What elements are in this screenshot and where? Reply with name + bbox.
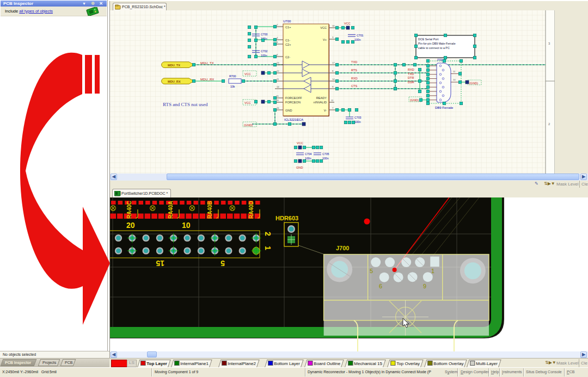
svg-text:MDU_RX: MDU_RX — [168, 80, 181, 83]
svg-text:HDR603: HDR603 — [275, 215, 298, 221]
svg-text:9: 9 — [423, 283, 426, 289]
svg-text:VCC: VCC — [297, 141, 303, 145]
svg-text:FORCEOFF: FORCEOFF — [285, 96, 302, 100]
svg-text:(GND): (GND) — [469, 82, 478, 85]
svg-text:16: 16 — [332, 24, 335, 27]
svg-text:V+: V+ — [323, 38, 327, 41]
svg-text:14: 14 — [332, 78, 335, 81]
svg-text:RXD: RXD — [408, 68, 414, 71]
svg-text:Pin-for-pin DB9 Male-Female: Pin-for-pin DB9 Male-Female — [418, 42, 456, 45]
svg-text:10: 10 — [453, 78, 456, 81]
svg-text:16: 16 — [277, 107, 279, 109]
svg-text:1: 1 — [264, 246, 272, 250]
svg-text:RA40D: RA40D — [248, 201, 254, 219]
svg-text:nINVALID: nINVALID — [314, 101, 327, 104]
svg-text:11: 11 — [277, 78, 279, 81]
svg-text:(GND): (GND) — [244, 123, 253, 127]
svg-text:5: 5 — [220, 259, 225, 268]
svg-text:(GND): (GND) — [410, 98, 419, 102]
svg-text:MDU_RX: MDU_RX — [200, 78, 214, 81]
svg-text:GND: GND — [296, 166, 303, 169]
svg-text:100n: 100n — [354, 120, 361, 123]
svg-text:RXD: RXD — [351, 77, 358, 80]
svg-text:VCC: VCC — [320, 26, 327, 29]
svg-text:MDU_TX: MDU_TX — [168, 64, 180, 67]
svg-text:14: 14 — [277, 85, 279, 88]
svg-text:C700: C700 — [261, 33, 268, 36]
svg-text:DSR: DSR — [408, 81, 414, 84]
svg-text:cable to connect to a PC: cable to connect to a PC — [418, 46, 450, 50]
svg-text:VCC: VCC — [244, 72, 251, 76]
svg-text:2: 2 — [264, 232, 272, 236]
svg-text:1: 1 — [431, 268, 434, 274]
svg-text:RA40B: RA40B — [207, 201, 213, 219]
svg-text:C703: C703 — [354, 116, 362, 119]
svg-text:DTR: DTR — [408, 76, 414, 79]
svg-text:100n: 100n — [261, 54, 267, 57]
svg-text:11: 11 — [453, 70, 456, 73]
svg-text:C705: C705 — [322, 152, 329, 156]
svg-text:C2+: C2+ — [285, 43, 291, 46]
svg-text:12: 12 — [277, 70, 279, 72]
svg-text:RTS and CTS not used: RTS and CTS not used — [163, 102, 208, 107]
svg-text:C2-: C2- — [285, 55, 290, 59]
svg-text:TXD: TXD — [408, 72, 414, 76]
svg-text:6: 6 — [379, 283, 382, 289]
svg-text:ICL3221ECA: ICL3221ECA — [284, 118, 303, 121]
svg-text:C704: C704 — [305, 152, 312, 156]
svg-text:VCC: VCC — [344, 22, 351, 25]
svg-text:10k: 10k — [230, 85, 235, 88]
svg-text:J700: J700 — [336, 245, 349, 251]
svg-text:5: 5 — [370, 268, 373, 274]
svg-text:U700: U700 — [283, 20, 291, 23]
svg-text:FORCEON: FORCEON — [285, 101, 301, 104]
svg-text:DCE Serial Port: DCE Serial Port — [418, 38, 439, 41]
svg-text:GND: GND — [285, 109, 292, 112]
svg-text:17: 17 — [332, 61, 335, 64]
svg-text:MDU_TX: MDU_TX — [200, 61, 214, 65]
svg-text:R700: R700 — [229, 75, 236, 78]
svg-text:READY: READY — [316, 96, 327, 100]
svg-text:C1-: C1- — [285, 39, 290, 42]
svg-text:100n: 100n — [322, 157, 329, 160]
svg-text:RTS: RTS — [351, 69, 357, 72]
svg-text:C701: C701 — [357, 34, 364, 37]
svg-text:C1+: C1+ — [285, 26, 291, 29]
svg-text:CTS: CTS — [351, 84, 357, 88]
svg-text:V-: V- — [324, 109, 327, 112]
svg-text:100n: 100n — [354, 38, 361, 41]
svg-text:11: 11 — [331, 99, 334, 102]
svg-text:VCC: VCC — [244, 101, 251, 104]
svg-text:C702: C702 — [261, 50, 268, 53]
svg-text:TXD: TXD — [351, 60, 357, 64]
svg-text:DB9 Female: DB9 Female — [435, 106, 454, 109]
svg-text:13: 13 — [277, 61, 279, 64]
svg-text:10: 10 — [182, 221, 191, 230]
svg-text:15: 15 — [156, 259, 164, 268]
svg-text:RA40A: RA40A — [168, 201, 174, 219]
